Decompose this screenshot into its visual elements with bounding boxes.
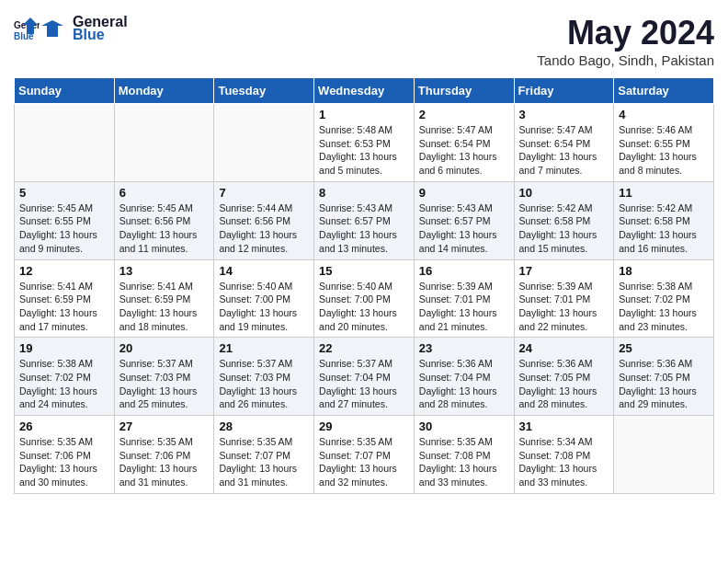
day-number: 24 [519, 341, 609, 355]
sunset-text: Sunset: 6:54 PM [519, 138, 591, 149]
day-number: 30 [419, 419, 509, 433]
day-info: Sunrise: 5:43 AM Sunset: 6:57 PM Dayligh… [419, 201, 509, 256]
day-number: 15 [319, 264, 409, 278]
sunrise-text: Sunrise: 5:40 AM [219, 281, 292, 292]
daylight-text: Daylight: 13 hours and 22 minutes. [519, 307, 597, 332]
daylight-text: Daylight: 13 hours and 23 minutes. [619, 307, 697, 332]
sunset-text: Sunset: 6:58 PM [519, 215, 591, 226]
sunset-text: Sunset: 6:59 PM [19, 293, 91, 304]
calendar-cell [214, 104, 314, 182]
daylight-text: Daylight: 13 hours and 25 minutes. [119, 385, 198, 410]
calendar-cell: 22 Sunrise: 5:37 AM Sunset: 7:04 PM Dayl… [314, 338, 415, 416]
day-info: Sunrise: 5:39 AM Sunset: 7:01 PM Dayligh… [519, 280, 609, 334]
sunrise-text: Sunrise: 5:48 AM [319, 124, 392, 135]
daylight-text: Daylight: 13 hours and 31 minutes. [119, 463, 198, 488]
logo-bird-icon [41, 15, 69, 42]
daylight-text: Daylight: 13 hours and 27 minutes. [319, 385, 397, 410]
day-number: 22 [319, 341, 409, 355]
day-number: 20 [119, 341, 210, 355]
day-number: 31 [519, 419, 609, 433]
sunset-text: Sunset: 7:05 PM [619, 372, 690, 383]
day-number: 16 [419, 264, 509, 278]
day-info: Sunrise: 5:41 AM Sunset: 6:59 PM Dayligh… [119, 280, 210, 334]
calendar-cell: 27 Sunrise: 5:35 AM Sunset: 7:06 PM Dayl… [114, 416, 214, 494]
sunrise-text: Sunrise: 5:46 AM [619, 124, 692, 135]
day-number: 28 [219, 419, 309, 433]
day-info: Sunrise: 5:40 AM Sunset: 7:00 PM Dayligh… [219, 280, 309, 334]
sunrise-text: Sunrise: 5:39 AM [519, 281, 593, 292]
calendar-cell: 23 Sunrise: 5:36 AM Sunset: 7:04 PM Dayl… [414, 338, 514, 416]
day-number: 26 [19, 419, 109, 433]
calendar-cell: 20 Sunrise: 5:37 AM Sunset: 7:03 PM Dayl… [114, 338, 214, 416]
sunset-text: Sunset: 7:03 PM [119, 372, 191, 383]
day-info: Sunrise: 5:40 AM Sunset: 7:00 PM Dayligh… [319, 280, 409, 334]
daylight-text: Daylight: 13 hours and 26 minutes. [219, 385, 297, 410]
sunrise-text: Sunrise: 5:35 AM [219, 436, 292, 447]
calendar-cell: 26 Sunrise: 5:35 AM Sunset: 7:06 PM Dayl… [15, 416, 115, 494]
calendar-cell: 6 Sunrise: 5:45 AM Sunset: 6:56 PM Dayli… [114, 181, 214, 259]
sunset-text: Sunset: 7:08 PM [519, 450, 591, 461]
calendar-week-row: 19 Sunrise: 5:38 AM Sunset: 7:02 PM Dayl… [15, 338, 714, 416]
daylight-text: Daylight: 13 hours and 19 minutes. [219, 307, 297, 332]
calendar-table: SundayMondayTuesdayWednesdayThursdayFrid… [14, 77, 714, 494]
day-number: 27 [119, 419, 210, 433]
calendar-week-row: 26 Sunrise: 5:35 AM Sunset: 7:06 PM Dayl… [15, 416, 714, 494]
sunset-text: Sunset: 7:00 PM [319, 293, 391, 304]
daylight-text: Daylight: 13 hours and 8 minutes. [619, 151, 697, 176]
calendar-cell: 14 Sunrise: 5:40 AM Sunset: 7:00 PM Dayl… [214, 259, 314, 338]
sunset-text: Sunset: 6:59 PM [119, 293, 191, 304]
calendar-week-row: 12 Sunrise: 5:41 AM Sunset: 6:59 PM Dayl… [15, 259, 714, 338]
sunrise-text: Sunrise: 5:35 AM [119, 436, 193, 447]
day-info: Sunrise: 5:48 AM Sunset: 6:53 PM Dayligh… [319, 123, 409, 178]
logo-icon: General Blue [14, 16, 40, 41]
day-info: Sunrise: 5:44 AM Sunset: 6:56 PM Dayligh… [219, 201, 309, 256]
daylight-text: Daylight: 13 hours and 18 minutes. [119, 307, 198, 332]
day-info: Sunrise: 5:35 AM Sunset: 7:06 PM Dayligh… [119, 435, 210, 489]
calendar-cell: 15 Sunrise: 5:40 AM Sunset: 7:00 PM Dayl… [314, 259, 415, 338]
calendar-cell: 13 Sunrise: 5:41 AM Sunset: 6:59 PM Dayl… [114, 259, 214, 338]
daylight-text: Daylight: 13 hours and 16 minutes. [619, 229, 697, 254]
sunset-text: Sunset: 7:02 PM [19, 372, 91, 383]
day-info: Sunrise: 5:47 AM Sunset: 6:54 PM Dayligh… [419, 123, 509, 178]
calendar-cell: 25 Sunrise: 5:36 AM Sunset: 7:05 PM Dayl… [614, 338, 714, 416]
sunrise-text: Sunrise: 5:35 AM [419, 436, 493, 447]
title-block: May 2024 Tando Bago, Sindh, Pakistan [537, 14, 714, 68]
day-info: Sunrise: 5:45 AM Sunset: 6:55 PM Dayligh… [19, 201, 109, 256]
day-number: 7 [219, 186, 309, 200]
sunset-text: Sunset: 7:01 PM [519, 293, 591, 304]
sunset-text: Sunset: 7:02 PM [619, 293, 690, 304]
weekday-header: Thursday [414, 78, 514, 104]
sunrise-text: Sunrise: 5:34 AM [519, 436, 593, 447]
day-number: 9 [419, 186, 509, 200]
daylight-text: Daylight: 13 hours and 6 minutes. [419, 151, 497, 176]
sunrise-text: Sunrise: 5:38 AM [619, 281, 692, 292]
day-info: Sunrise: 5:43 AM Sunset: 6:57 PM Dayligh… [319, 201, 409, 256]
daylight-text: Daylight: 13 hours and 21 minutes. [419, 307, 497, 332]
day-info: Sunrise: 5:35 AM Sunset: 7:06 PM Dayligh… [19, 435, 109, 489]
sunrise-text: Sunrise: 5:42 AM [519, 202, 593, 213]
day-info: Sunrise: 5:38 AM Sunset: 7:02 PM Dayligh… [619, 280, 709, 334]
day-info: Sunrise: 5:47 AM Sunset: 6:54 PM Dayligh… [519, 123, 609, 178]
day-number: 18 [619, 264, 709, 278]
day-info: Sunrise: 5:41 AM Sunset: 6:59 PM Dayligh… [19, 280, 109, 334]
sunset-text: Sunset: 6:55 PM [619, 138, 690, 149]
daylight-text: Daylight: 13 hours and 32 minutes. [319, 463, 397, 488]
sunset-text: Sunset: 7:05 PM [519, 372, 591, 383]
sunset-text: Sunset: 7:03 PM [219, 372, 290, 383]
daylight-text: Daylight: 13 hours and 13 minutes. [319, 229, 397, 254]
daylight-text: Daylight: 13 hours and 17 minutes. [19, 307, 97, 332]
weekday-header: Monday [114, 78, 214, 104]
sunrise-text: Sunrise: 5:39 AM [419, 281, 493, 292]
sunset-text: Sunset: 7:04 PM [319, 372, 391, 383]
sunset-text: Sunset: 7:00 PM [219, 293, 290, 304]
day-number: 13 [119, 264, 210, 278]
sunset-text: Sunset: 6:55 PM [19, 215, 91, 226]
daylight-text: Daylight: 13 hours and 20 minutes. [319, 307, 397, 332]
calendar-cell: 28 Sunrise: 5:35 AM Sunset: 7:07 PM Dayl… [214, 416, 314, 494]
sunrise-text: Sunrise: 5:36 AM [519, 358, 593, 369]
calendar-cell: 2 Sunrise: 5:47 AM Sunset: 6:54 PM Dayli… [414, 104, 514, 182]
daylight-text: Daylight: 13 hours and 28 minutes. [519, 385, 597, 410]
sunset-text: Sunset: 7:06 PM [119, 450, 191, 461]
day-info: Sunrise: 5:35 AM Sunset: 7:07 PM Dayligh… [219, 435, 309, 489]
day-info: Sunrise: 5:46 AM Sunset: 6:55 PM Dayligh… [619, 123, 709, 178]
